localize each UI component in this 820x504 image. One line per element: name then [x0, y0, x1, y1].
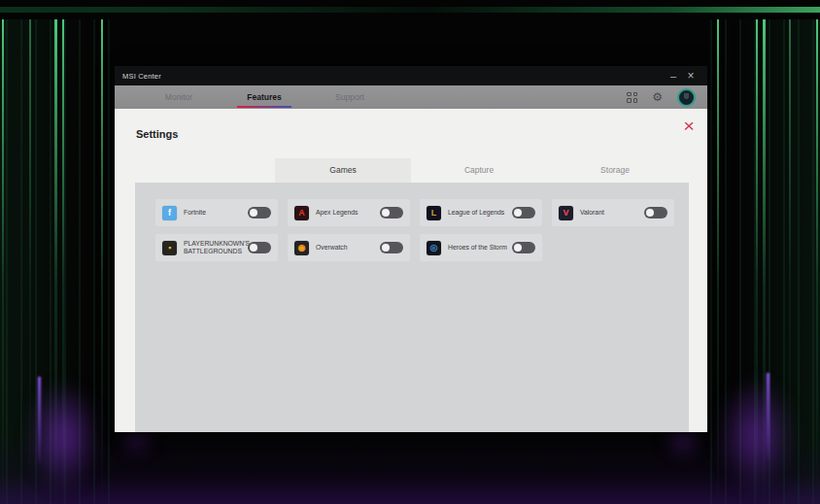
- purple-glow: [717, 377, 795, 493]
- game-label: PLAYERUNKNOWN'S BATTLEGROUNDS: [184, 240, 244, 255]
- game-toggle[interactable]: [248, 207, 271, 218]
- game-card: L League of Legends: [420, 199, 542, 226]
- wallpaper-top-glow: [0, 7, 820, 13]
- apex-legends-icon: A: [294, 206, 309, 220]
- apps-grid-icon[interactable]: [627, 92, 637, 103]
- game-toggle[interactable]: [512, 242, 535, 253]
- tab-games[interactable]: Games: [275, 158, 411, 183]
- game-toggle[interactable]: [380, 242, 403, 253]
- settings-close-icon[interactable]: ×: [683, 118, 695, 135]
- titlebar: MSI Center – ×: [115, 66, 707, 85]
- game-toggle[interactable]: [512, 207, 535, 218]
- game-card: f Fortnite: [155, 199, 278, 226]
- game-toggle[interactable]: [644, 207, 667, 218]
- main-nav: Monitor Features Support ⚙: [115, 85, 707, 109]
- tab-features[interactable]: Features: [222, 85, 307, 109]
- user-avatar[interactable]: [677, 88, 696, 107]
- fortnite-icon: f: [162, 206, 177, 220]
- nav-tabs: Monitor Features Support: [136, 85, 393, 109]
- league-of-legends-icon: L: [427, 206, 441, 220]
- game-label: Heroes of the Storm: [448, 244, 507, 252]
- games-tab-content: f Fortnite A Apex Legends L League of Le…: [135, 183, 689, 432]
- overwatch-icon: ◉: [294, 241, 309, 255]
- game-toggle[interactable]: [380, 207, 403, 218]
- game-card: V Valorant: [552, 199, 674, 226]
- settings-panel: Settings × Games Capture Storage f Fortn…: [115, 109, 707, 432]
- heroes-of-the-storm-icon: ◎: [427, 241, 441, 255]
- game-label: Valorant: [580, 209, 604, 217]
- nav-icons: ⚙: [627, 85, 696, 109]
- game-card: A Apex Legends: [288, 199, 410, 226]
- game-toggle[interactable]: [248, 242, 271, 253]
- minimize-button[interactable]: –: [665, 67, 682, 84]
- valorant-icon: V: [559, 206, 573, 220]
- purple-streak: [38, 377, 41, 464]
- settings-tabs: Games Capture Storage: [275, 158, 683, 183]
- tab-monitor[interactable]: Monitor: [136, 85, 222, 109]
- window-title: MSI Center: [122, 72, 161, 81]
- game-label: Overwatch: [316, 244, 347, 252]
- game-card: ◉ Overwatch: [288, 234, 410, 261]
- settings-gear-icon[interactable]: ⚙: [652, 91, 663, 103]
- game-label: Apex Legends: [316, 209, 358, 217]
- game-cards-grid: f Fortnite A Apex Legends L League of Le…: [155, 199, 689, 261]
- settings-title: Settings: [136, 128, 178, 140]
- game-card: ▪ PLAYERUNKNOWN'S BATTLEGROUNDS: [155, 234, 278, 261]
- tab-storage[interactable]: Storage: [547, 158, 683, 183]
- pubg-icon: ▪: [162, 241, 177, 255]
- tab-capture[interactable]: Capture: [411, 158, 547, 183]
- msi-center-window: MSI Center – × Monitor Features Support …: [115, 66, 707, 432]
- game-card: ◎ Heroes of the Storm: [420, 234, 542, 261]
- close-button[interactable]: ×: [682, 67, 700, 84]
- game-label: Fortnite: [184, 209, 206, 217]
- game-label: League of Legends: [448, 209, 504, 217]
- tab-support[interactable]: Support: [307, 85, 393, 109]
- purple-streak: [767, 373, 769, 460]
- active-tab-underline: [237, 106, 291, 108]
